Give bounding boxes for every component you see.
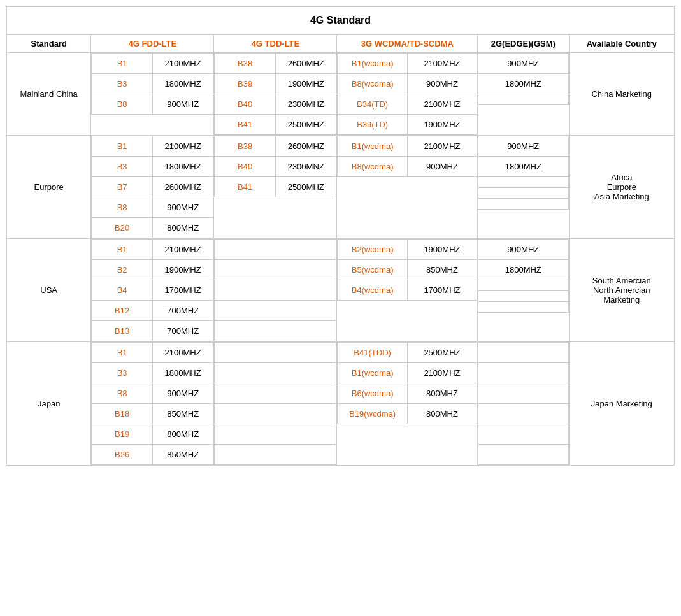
col-fdd-lte: 4G FDD-LTE	[91, 34, 214, 53]
region-name: Japan	[7, 342, 91, 466]
col-standard: Standard	[7, 34, 91, 53]
page-wrapper: 4G Standard Standard 4G FDD-LTE 4G TDD-L…	[0, 0, 681, 472]
col-gsm: 2G(EDGE)(GSM)	[478, 34, 569, 53]
marketing-cell: South AmercianNorth AmercianMarketing	[569, 239, 675, 342]
region-name: USA	[7, 239, 91, 342]
title-row: 4G Standard	[7, 7, 675, 35]
tdd-cell: B38 2600MHZ B40 2300MNZ B41 2500MHZ	[214, 136, 337, 239]
wcdma-cell: B2(wcdma) 1900MHZ B5(wcdma) 850MHZ B4(wc…	[337, 239, 478, 342]
region-row: Eurpore B1 2100MHZ B3 1800MHZ B7 2600MHZ…	[7, 136, 675, 239]
gsm-cell: 900MHZ 1800MHZ	[478, 53, 569, 136]
region-name: Mainland China	[7, 53, 91, 136]
fdd-cell: B1 2100MHZ B3 1800MHZ B7 2600MHZ B8 900M…	[91, 136, 214, 239]
col-tdd-lte: 4G TDD-LTE	[214, 34, 337, 53]
region-row: Japan B1 2100MHZ B3 1800MHZ B8 900MHZ B1…	[7, 342, 675, 466]
col-country: Available Country	[569, 34, 675, 53]
region-row: USA B1 2100MHZ B2 1900MHZ B4 1700MHZ B12…	[7, 239, 675, 342]
tdd-cell: B38 2600MHZ B39 1900MHZ B40 2300MHZ B41 …	[214, 53, 337, 136]
table-body: Mainland China B1 2100MHZ B3 1800MHZ B8 …	[7, 53, 675, 466]
wcdma-cell: B1(wcdma) 2100MHZ B8(wcdma) 900MHZ B34(T…	[337, 53, 478, 136]
fdd-cell: B1 2100MHZ B2 1900MHZ B4 1700MHZ B12 700…	[91, 239, 214, 342]
tdd-cell	[214, 239, 337, 342]
gsm-cell: 900MHZ 1800MHZ	[478, 239, 569, 342]
region-row: Mainland China B1 2100MHZ B3 1800MHZ B8 …	[7, 53, 675, 136]
gsm-cell	[478, 342, 569, 466]
marketing-cell: AfricaEurporeAsia Marketing	[569, 136, 675, 239]
main-table: 4G Standard Standard 4G FDD-LTE 4G TDD-L…	[6, 6, 675, 466]
header-row: Standard 4G FDD-LTE 4G TDD-LTE 3G WCDMA/…	[7, 34, 675, 53]
wcdma-cell: B1(wcdma) 2100MHZ B8(wcdma) 900MHZ	[337, 136, 478, 239]
fdd-cell: B1 2100MHZ B3 1800MHZ B8 900MHZ B18 850M…	[91, 342, 214, 466]
wcdma-cell: B41(TDD) 2500MHZ B1(wcdma) 2100MHZ B6(wc…	[337, 342, 478, 466]
page-title: 4G Standard	[7, 7, 675, 35]
region-name: Eurpore	[7, 136, 91, 239]
marketing-cell: China Marketing	[569, 53, 675, 136]
marketing-cell: Japan Marketing	[569, 342, 675, 466]
fdd-cell: B1 2100MHZ B3 1800MHZ B8 900MHZ	[91, 53, 214, 136]
col-wcdma: 3G WCDMA/TD-SCDMA	[337, 34, 478, 53]
gsm-cell: 900MHZ 1800MHZ	[478, 136, 569, 239]
tdd-cell	[214, 342, 337, 466]
